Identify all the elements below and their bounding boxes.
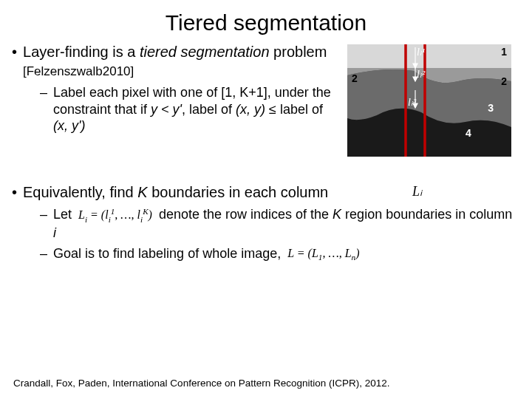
bullet-tiered: • Layer-finding is a tiered segmentation…	[22, 43, 341, 80]
dash-icon: –	[40, 206, 47, 241]
citation-footer: Crandall, Fox, Paden, International Conf…	[13, 378, 390, 389]
subbullet-label: – Label each pixel with one of [1, K+1],…	[22, 84, 341, 134]
page-title: Tiered segmentation	[0, 0, 532, 43]
dash-icon: –	[40, 245, 47, 262]
subbullet-label-text: Label each pixel with one of [1, K+1], u…	[53, 84, 341, 134]
fig-label-l2: lᵢ²	[417, 68, 425, 81]
bullet-dot-icon: •	[12, 183, 17, 202]
fig-num-1: 1	[501, 46, 507, 58]
subbullet-let: – Let Li = (li1, …, liK) denote the row …	[22, 206, 517, 241]
svg-rect-0	[347, 44, 511, 68]
dash-icon: –	[40, 84, 47, 134]
segmentation-figure: lᵢ¹ lᵢ² lᵢ³ 1 2 2 3 4	[347, 44, 511, 157]
fig-num-2r: 2	[501, 75, 507, 87]
fig-num-4: 4	[466, 127, 471, 139]
subbullet-goal-text: Goal is to find labeling of whole image,…	[53, 245, 362, 262]
fig-column-label: Lᵢ	[412, 183, 422, 200]
fig-label-l3: lᵢ³	[408, 96, 416, 109]
subbullet-goal: – Goal is to find labeling of whole imag…	[22, 245, 517, 262]
bullet-dot-icon: •	[12, 43, 17, 80]
bullet-equiv: • Equivalently, find K boundaries in eac…	[22, 183, 517, 202]
bullet-tiered-text: Layer-finding is a tiered segmentation p…	[23, 43, 341, 80]
equation-Li: Li = (li1, …, liK)	[75, 206, 155, 225]
segmentation-svg	[347, 44, 511, 157]
subbullet-let-text: Let Li = (li1, …, liK) denote the row in…	[53, 206, 517, 241]
fig-label-l1: lᵢ¹	[417, 46, 425, 58]
fig-num-3: 3	[488, 102, 494, 114]
bullet-equiv-text: Equivalently, find K boundaries in each …	[23, 183, 328, 202]
fig-num-2l: 2	[352, 72, 358, 84]
equation-L: L = (L1, …, Ln)	[284, 246, 362, 262]
